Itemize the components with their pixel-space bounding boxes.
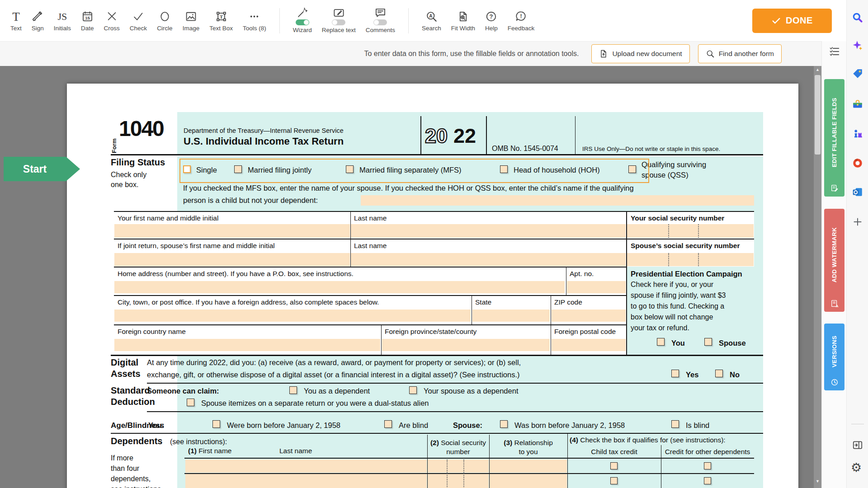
comments-toggle[interactable]: Comments xyxy=(361,3,400,39)
scroll-down-arrow[interactable]: ▼ xyxy=(814,479,821,483)
svg-text:15: 15 xyxy=(85,15,90,20)
input-foreign-postal[interactable] xyxy=(552,339,626,351)
tool-check[interactable]: Check xyxy=(125,3,152,39)
checkbox-digital-yes[interactable] xyxy=(671,370,679,377)
checkbox-spouse-itemizes[interactable] xyxy=(187,399,194,406)
checkbox-campaign-spouse[interactable] xyxy=(704,338,712,346)
done-check-icon xyxy=(771,16,781,26)
checkbox-campaign-you[interactable] xyxy=(657,338,665,346)
input-foreign-country[interactable] xyxy=(114,339,380,351)
replace-text-toggle-pill[interactable] xyxy=(332,19,345,25)
checkbox-dependent2-child-tax-credit[interactable] xyxy=(610,477,618,484)
input-qualifying-child-name[interactable] xyxy=(361,195,754,206)
tool-image[interactable]: Image xyxy=(178,3,205,39)
input-state[interactable] xyxy=(472,310,550,322)
find-another-form-button[interactable]: Find another form xyxy=(698,44,782,63)
ellipsis-icon xyxy=(248,9,260,23)
tool-cross[interactable]: Cross xyxy=(99,3,125,39)
outlook-icon[interactable] xyxy=(852,186,863,198)
checkbox-spouse-as-dependent[interactable] xyxy=(409,386,417,394)
replace-text-toggle[interactable]: Replace text xyxy=(317,3,361,39)
input-foreign-province[interactable] xyxy=(382,339,550,351)
search-button[interactable]: A Search xyxy=(417,3,446,39)
shopping-tag-icon[interactable] xyxy=(852,68,863,80)
tab-add-watermark[interactable]: ADD WATERMARK A xyxy=(824,209,844,312)
toolbox-icon[interactable] xyxy=(852,99,863,110)
toolbar-separator xyxy=(279,8,280,33)
start-arrow-button[interactable]: Start xyxy=(4,157,66,181)
checkbox-spouse-born-before-1958[interactable] xyxy=(500,420,508,428)
input-home-address[interactable] xyxy=(114,281,565,293)
fit-width-button[interactable]: Fit Width xyxy=(446,3,480,39)
games-chess-icon[interactable] xyxy=(852,127,863,139)
checkbox-you-as-dependent[interactable] xyxy=(289,386,297,394)
checklist-icon[interactable] xyxy=(829,46,840,57)
input-dependent1-relationship[interactable] xyxy=(490,460,567,473)
input-zip[interactable] xyxy=(552,310,626,322)
form-number: 1040 xyxy=(119,116,164,141)
document-scrollbar[interactable]: ▲ ▼ xyxy=(814,66,821,488)
campaign-title: Presidential Election Campaign xyxy=(631,270,742,278)
input-spouse-first-name[interactable] xyxy=(114,253,350,266)
tab-edit-fillable-fields[interactable]: EDIT FILLABLE FIELDS xyxy=(824,79,844,197)
cross-icon xyxy=(106,9,118,23)
input-dependent1-name[interactable] xyxy=(185,460,427,473)
settings-gear-icon[interactable]: ⚙ xyxy=(851,462,862,474)
tool-textbox[interactable]: T Text Box xyxy=(204,3,238,39)
input-your-ssn[interactable] xyxy=(627,224,754,238)
checkbox-dependent1-other-credit[interactable] xyxy=(704,462,711,469)
feedback-button[interactable]: ! Feedback xyxy=(503,3,539,39)
input-dependent2-relationship[interactable] xyxy=(490,474,567,488)
info-message: To enter data on this form, use the fill… xyxy=(364,50,579,58)
tool-tools-more[interactable]: Tools (8) xyxy=(238,3,271,39)
tool-date[interactable]: 15 Date xyxy=(76,3,99,39)
help-button[interactable]: ? Help xyxy=(480,3,503,39)
comments-toggle-pill[interactable] xyxy=(373,19,387,25)
input-spouse-last-name[interactable] xyxy=(351,253,626,266)
feedback-icon: ! xyxy=(515,9,527,23)
wizard-toggle[interactable]: Wizard xyxy=(288,3,317,39)
add-extension-plus-icon[interactable] xyxy=(852,216,863,228)
main-toolbar: T Text Sign JS Initials 15 Date Cross Ch… xyxy=(0,0,846,41)
irs-use-only: IRS Use Only—Do not write or staple in t… xyxy=(582,145,720,152)
tab-versions[interactable]: VERSIONS xyxy=(824,324,844,390)
scrollbar-thumb[interactable] xyxy=(815,75,821,155)
input-dependent2-name[interactable] xyxy=(185,474,427,488)
wizard-toggle-pill[interactable] xyxy=(296,19,309,25)
done-button[interactable]: DONE xyxy=(752,9,832,33)
svg-text:A: A xyxy=(429,14,433,19)
rail-divider xyxy=(851,424,864,424)
edit-fields-icon xyxy=(830,184,839,192)
input-city[interactable] xyxy=(114,310,471,322)
checkbox-digital-no[interactable] xyxy=(715,370,723,377)
mfs-note-line2: person is a child but not your dependent… xyxy=(183,196,318,205)
input-last-name[interactable] xyxy=(351,224,626,238)
checkbox-dependent1-child-tax-credit[interactable] xyxy=(610,462,618,469)
input-dependent1-ssn[interactable] xyxy=(428,460,489,473)
find-form-search-icon xyxy=(706,49,715,58)
search-icon: A xyxy=(425,9,438,23)
input-first-name[interactable] xyxy=(114,224,350,238)
office-icon[interactable] xyxy=(852,157,863,169)
replace-text-icon xyxy=(333,8,345,19)
copilot-sparkle-icon[interactable] xyxy=(852,40,863,52)
tool-sign[interactable]: Sign xyxy=(27,3,49,39)
collapse-panel-icon[interactable] xyxy=(852,439,863,451)
checkbox-spouse-blind[interactable] xyxy=(671,420,679,428)
input-dependent2-ssn[interactable] xyxy=(428,474,489,488)
tool-text[interactable]: T Text xyxy=(5,3,27,39)
input-spouse-ssn[interactable] xyxy=(627,253,754,266)
input-apt-no[interactable] xyxy=(567,281,626,293)
web-search-icon[interactable] xyxy=(852,12,863,23)
upload-new-document-button[interactable]: Upload new document xyxy=(591,44,689,63)
checkbox-you-blind[interactable] xyxy=(384,420,392,428)
checkbox-you-born-before-1958[interactable] xyxy=(212,420,220,428)
tool-circle[interactable]: Circle xyxy=(152,3,178,39)
scroll-up-arrow[interactable]: ▲ xyxy=(814,67,821,72)
watermark-icon: A xyxy=(830,300,839,308)
browser-side-rail: ⚙ xyxy=(846,0,868,488)
checkbox-dependent2-other-credit[interactable] xyxy=(704,477,711,484)
omb-number: OMB No. 1545-0074 xyxy=(492,145,558,153)
fit-width-icon xyxy=(457,9,469,23)
tool-initials[interactable]: JS Initials xyxy=(49,3,76,39)
